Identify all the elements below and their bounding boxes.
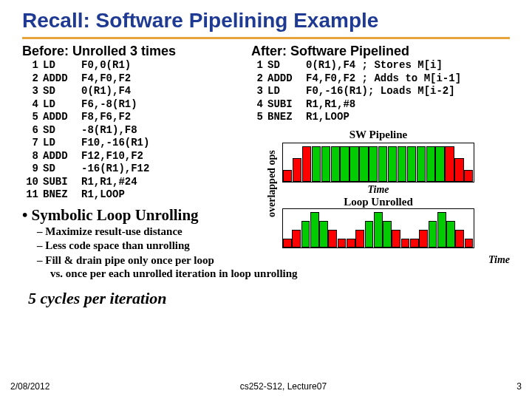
footer-date: 2/08/2012 [10, 381, 50, 392]
chart-bar [349, 146, 358, 182]
args: F12,F10,F2 [81, 150, 244, 163]
chart-bar [454, 158, 463, 182]
footer-center: cs252-S12, Lecture07 [240, 381, 327, 392]
code-row: 3LDF0,-16(R1); Loads M[i-2] [251, 85, 510, 98]
line-num: 1 [22, 59, 43, 72]
chart-bar [410, 239, 419, 248]
chart-bar [429, 221, 437, 248]
line-num: 7 [22, 137, 43, 150]
line-num: 8 [22, 150, 43, 163]
line-num: 5 [251, 111, 267, 124]
line-num: 6 [22, 124, 43, 137]
opcode: ADDD [267, 72, 306, 86]
line-num: 4 [251, 98, 267, 112]
code-row: 11BNEZR1,LOOP [22, 188, 244, 202]
line-num: 9 [22, 163, 43, 176]
code-row: 10SUBIR1,R1,#24 [22, 176, 244, 189]
args: -8(R1),F8 [81, 124, 244, 137]
chart-bar [417, 146, 426, 182]
code-row: 5BNEZR1,LOOP [251, 111, 510, 124]
opcode: SD [267, 59, 306, 72]
before-code-block: 1LDF0,0(R1)2ADDDF4,F0,F23SD0(R1),F44LDF6… [22, 59, 244, 202]
chart-bar [347, 239, 355, 248]
chart-bar [312, 146, 321, 182]
line-num: 2 [22, 72, 43, 86]
chart-bar [355, 230, 364, 248]
args: -16(R1),F12 [81, 163, 244, 176]
chart-bar [302, 146, 311, 182]
args: F4,F0,F2 [81, 72, 244, 86]
chart-bar [435, 146, 444, 182]
title-underline [22, 37, 510, 39]
chart-bar [283, 170, 292, 182]
loop-unrolled-chart [282, 208, 474, 248]
args: F8,F6,F2 [81, 111, 244, 124]
page-title: Recall: Software Pipelining Example [22, 9, 510, 33]
chart-bar [374, 212, 383, 248]
line-num: 1 [251, 59, 267, 72]
opcode: SD [43, 163, 81, 176]
code-row: 4LDF6,-8(R1) [22, 98, 244, 112]
chart-bar [319, 221, 328, 248]
chart-bar [338, 239, 347, 248]
opcode: BNEZ [43, 188, 81, 202]
args: F0,0(R1) [81, 59, 244, 72]
args: F0,-16(R1); Loads M[i-2] [306, 85, 510, 98]
chart-bar [369, 146, 378, 182]
chart-bar [392, 230, 400, 248]
loop-unrolled-title: Loop Unrolled [282, 196, 474, 208]
chart-bar [446, 221, 455, 248]
opcode: LD [43, 137, 81, 150]
chart-bar [328, 230, 337, 248]
chart-bar [419, 230, 428, 248]
args: F4,F0,F2 ; Adds to M[i-1] [306, 72, 510, 86]
line-num: 11 [22, 188, 43, 202]
code-row: 8ADDDF12,F10,F2 [22, 150, 244, 163]
chart-bar [426, 146, 435, 182]
chart-bar [465, 239, 474, 248]
opcode: LD [43, 59, 81, 72]
line-num: 3 [251, 85, 267, 98]
args: 0(R1),F4 [81, 85, 244, 98]
args: R1,LOOP [306, 111, 510, 124]
ylabel: overlapped ops [266, 129, 278, 239]
code-row: 7LDF10,-16(R1) [22, 137, 244, 150]
chart-bar [365, 221, 374, 248]
opcode: ADDD [43, 150, 81, 163]
footer: 2/08/2012 cs252-S12, Lecture07 3 [0, 381, 532, 392]
opcode: SUBI [267, 98, 306, 112]
chart-bar [340, 146, 349, 182]
code-row: 1SD0(R1),F4 ; Stores M[i] [251, 59, 510, 72]
opcode: LD [267, 85, 306, 98]
code-row: 3SD0(R1),F4 [22, 85, 244, 98]
opcode: BNEZ [267, 111, 306, 124]
chart-bar [464, 170, 473, 182]
code-row: 4SUBIR1,R1,#8 [251, 98, 510, 112]
line-num: 3 [22, 85, 43, 98]
cycles-text: 5 cycles per iteration [22, 289, 510, 308]
chart-bar [398, 146, 406, 182]
chart-bar [301, 221, 310, 248]
vs-line: vs. once per each unrolled iteration in … [22, 267, 510, 280]
args: R1,LOOP [81, 188, 244, 202]
line-num: 5 [22, 111, 43, 124]
line-num: 2 [251, 72, 267, 86]
chart-bar [310, 212, 319, 248]
chart-bar [378, 146, 387, 182]
opcode: SD [43, 85, 81, 98]
opcode: LD [43, 98, 81, 112]
args: F10,-16(R1) [81, 137, 244, 150]
args: R1,R1,#24 [81, 176, 244, 189]
footer-page: 3 [516, 381, 522, 392]
args: 0(R1),F4 ; Stores M[i] [306, 59, 510, 72]
chart-bar [445, 146, 454, 182]
after-heading: After: Software Pipelined [251, 44, 510, 59]
time-label-sw: Time [282, 184, 474, 196]
code-row: 2ADDDF4,F0,F2 ; Adds to M[i-1] [251, 72, 510, 86]
pipeline-diagram: overlapped ops SW Pipeline Time Loop Unr… [266, 129, 517, 266]
chart-bar [331, 146, 340, 182]
code-row: 2ADDDF4,F0,F2 [22, 72, 244, 86]
after-code-block: 1SD0(R1),F4 ; Stores M[i]2ADDDF4,F0,F2 ;… [251, 59, 510, 124]
chart-bar [359, 146, 368, 182]
time-label-unrolled: Time [266, 254, 517, 266]
